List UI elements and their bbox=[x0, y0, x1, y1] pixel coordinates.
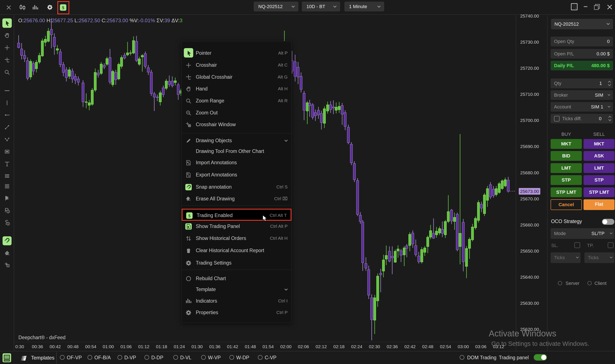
svg-text:$: $ bbox=[8, 210, 9, 213]
svg-text:$: $ bbox=[8, 222, 9, 225]
svg-text:$: $ bbox=[188, 213, 191, 218]
